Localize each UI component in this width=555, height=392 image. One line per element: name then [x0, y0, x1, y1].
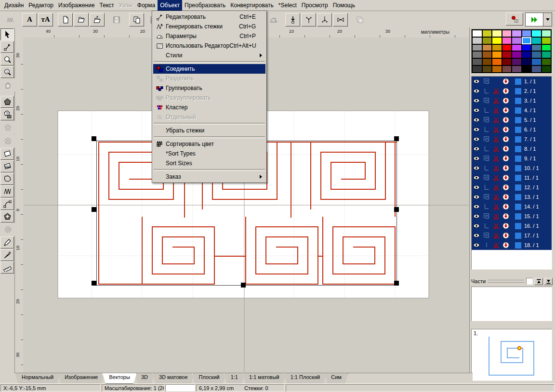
view-tab-5[interactable]: Плоский [192, 373, 226, 384]
text-button[interactable]: A [22, 13, 37, 26]
object-color-swatch[interactable] [515, 213, 521, 220]
object-row-13[interactable]: 13. / 1 [472, 192, 552, 202]
menubar-item-2[interactable]: Изображение [56, 0, 97, 11]
object-menu-item-19[interactable]: Заказ [153, 172, 265, 182]
object-row-2[interactable]: 2. / 1 [472, 86, 552, 96]
trim-scissors-icon[interactable] [492, 222, 501, 229]
stitch-direction-icon[interactable] [501, 78, 511, 85]
stitch-direction-icon[interactable] [501, 194, 511, 200]
object-color-swatch[interactable] [515, 233, 521, 239]
stitch-direction-icon[interactable] [501, 117, 511, 123]
shape-stitch-tool-button[interactable]: S [0, 108, 14, 120]
object-menu-item-8[interactable]: Группировать [153, 83, 265, 93]
stitch-direction-icon[interactable] [501, 88, 511, 94]
knife-tool-button[interactable] [0, 249, 14, 261]
view-tab-2[interactable]: Векторы [102, 373, 136, 384]
trim-scissors-icon[interactable] [492, 213, 501, 220]
palette-swatch-15[interactable] [542, 38, 551, 44]
visibility-eye-icon[interactable] [472, 184, 481, 191]
view-tab-7[interactable]: 1:1 матовый [242, 373, 286, 384]
visibility-eye-icon[interactable] [472, 145, 481, 152]
palette-swatch-0[interactable] [473, 30, 482, 37]
object-color-swatch[interactable] [515, 88, 521, 94]
object-row-11[interactable]: 11. / 1 [472, 173, 552, 183]
object-row-4[interactable]: 4. / 1 [472, 105, 552, 115]
curve-tool-button[interactable] [0, 198, 14, 210]
stitch-direction-icon[interactable] [501, 136, 511, 143]
object-menu-item-2[interactable]: ПараметрыCtrl+P [153, 31, 265, 41]
stitch-direction-icon[interactable] [501, 107, 511, 114]
insert-down-button[interactable] [285, 13, 300, 26]
object-menu-item-4[interactable]: Стили [153, 51, 265, 60]
stitch-direction-icon[interactable] [501, 97, 511, 104]
menubar-item-3[interactable]: Текст [97, 0, 117, 11]
palette-swatch-5[interactable] [522, 30, 531, 37]
object-row-16[interactable]: 16. / 1 [472, 221, 552, 231]
bowtie-shape-button[interactable] [333, 13, 348, 26]
object-color-swatch[interactable] [515, 156, 521, 162]
object-row-8[interactable]: 8. / 1 [472, 144, 552, 154]
object-row-7[interactable]: 7. / 1 [472, 134, 552, 144]
trim-scissors-icon[interactable] [492, 194, 501, 200]
new-document-button[interactable] [58, 13, 73, 26]
visibility-eye-icon[interactable] [472, 78, 481, 85]
visibility-eye-icon[interactable] [472, 203, 481, 210]
visibility-eye-icon[interactable] [472, 174, 481, 181]
stitch-direction-icon[interactable] [501, 242, 511, 248]
palette-swatch-45[interactable] [522, 66, 531, 72]
palette-swatch-17[interactable] [483, 45, 492, 51]
stitch-direction-icon[interactable] [501, 213, 511, 220]
menubar-item-5[interactable]: Форма [135, 0, 158, 11]
menubar-item-0[interactable]: Дизайн [2, 0, 26, 11]
import-button[interactable] [90, 13, 105, 26]
trim-scissors-icon[interactable] [492, 117, 501, 123]
palette-swatch-14[interactable] [532, 38, 541, 44]
palette-swatch-32[interactable] [473, 59, 482, 65]
menubar-item-10[interactable]: Просмотр [299, 0, 330, 11]
palette-swatch-35[interactable] [502, 59, 512, 65]
visibility-eye-icon[interactable] [472, 232, 481, 239]
object-color-swatch[interactable] [515, 165, 521, 171]
palette-swatch-43[interactable] [502, 66, 512, 72]
parts-list[interactable] [471, 287, 552, 321]
freehand-tool-button[interactable] [0, 236, 14, 248]
object-row-18[interactable]: 18. / 1 [472, 240, 552, 250]
palette-swatch-13[interactable] [522, 38, 531, 44]
palette-swatch-21[interactable] [522, 45, 531, 51]
visibility-eye-icon[interactable] [472, 97, 481, 104]
open-button[interactable] [74, 13, 89, 26]
visibility-eye-icon[interactable] [472, 136, 481, 143]
palette-swatch-22[interactable] [532, 45, 541, 51]
palette-swatch-24[interactable] [473, 52, 482, 58]
palette-swatch-11[interactable] [502, 38, 512, 44]
object-row-15[interactable]: 15. / 1 [472, 211, 552, 221]
object-menu-item-0[interactable]: РедактироватьCtrl+E [153, 12, 265, 22]
palette-swatch-46[interactable] [532, 66, 541, 72]
trim-scissors-icon[interactable] [492, 174, 501, 181]
visibility-eye-icon[interactable] [472, 213, 481, 220]
object-color-swatch[interactable] [515, 184, 521, 191]
object-menu-item-16[interactable]: *Sort Types [153, 149, 265, 158]
visibility-eye-icon[interactable] [472, 165, 481, 171]
visibility-eye-icon[interactable] [472, 117, 481, 123]
palette-swatch-4[interactable] [512, 30, 521, 37]
object-color-swatch[interactable] [515, 136, 521, 143]
object-color-swatch[interactable] [515, 194, 521, 200]
zoom-1to1-tool-button[interactable]: 1 [0, 66, 14, 78]
object-color-swatch[interactable] [515, 127, 521, 133]
palette-swatch-10[interactable] [492, 38, 502, 44]
palette-swatch-7[interactable] [542, 30, 551, 37]
object-menu-item-6[interactable]: Соединить [153, 64, 265, 74]
move-to-top-button[interactable] [534, 278, 543, 285]
trim-scissors-icon[interactable] [492, 126, 501, 133]
palette-swatch-30[interactable] [532, 52, 541, 58]
quad-fill-tool-button[interactable] [0, 160, 14, 172]
visibility-eye-icon[interactable] [472, 155, 481, 162]
object-row-1[interactable]: 1. / 1 [472, 77, 552, 86]
select-tool-button[interactable] [0, 28, 14, 40]
node-edit-tool-button[interactable] [0, 41, 14, 53]
palette-swatch-1[interactable] [483, 30, 492, 37]
stitch-direction-icon[interactable] [501, 203, 511, 210]
object-color-swatch[interactable] [515, 98, 521, 104]
object-menu-item-10[interactable]: Кластер [153, 103, 265, 112]
